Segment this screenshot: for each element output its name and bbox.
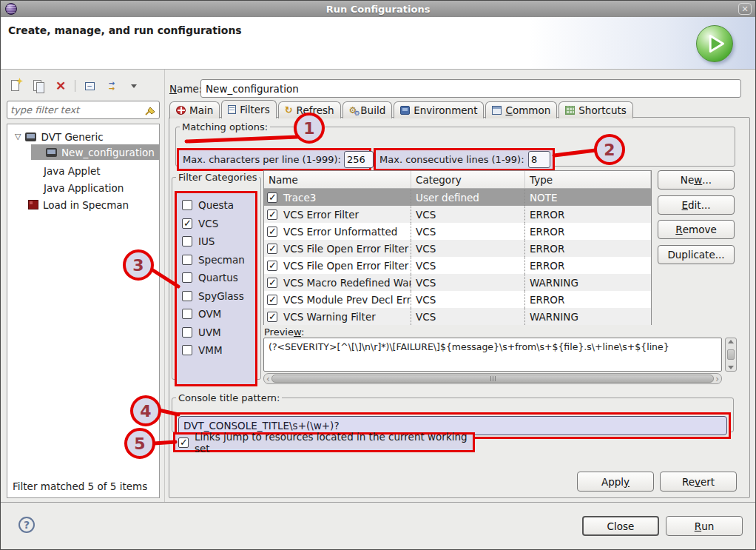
scroll-thumb[interactable] <box>271 375 714 383</box>
ius-checkbox[interactable] <box>182 236 192 247</box>
apply-button[interactable]: Apply <box>577 472 654 492</box>
close-button[interactable]: Close <box>582 516 659 536</box>
tab-build[interactable]: ⚙⚙Build <box>342 101 393 118</box>
tree-item-java-applet[interactable]: Java Applet <box>44 163 101 178</box>
remove-button[interactable]: Remove <box>658 220 735 239</box>
run-button[interactable]: Run <box>666 516 743 536</box>
table-row[interactable]: Trace3 User defined NOTE <box>264 189 651 206</box>
row-checkbox[interactable] <box>267 278 277 288</box>
row-checkbox[interactable] <box>267 295 277 305</box>
console-title-pattern-group: Console title pattern: <box>172 392 734 432</box>
delete-configuration-icon[interactable]: ✕ <box>54 79 67 93</box>
max-chars-label: Max. characters per line (1-999): <box>183 154 341 165</box>
column-type[interactable]: Type <box>525 171 651 188</box>
refresh-tab-icon: ↻ <box>285 106 293 115</box>
row-checkbox[interactable] <box>267 244 277 254</box>
category-quartus[interactable]: Quartus <box>182 272 255 284</box>
clear-filter-broom-icon[interactable] <box>144 104 156 116</box>
uvm-checkbox[interactable] <box>182 327 192 338</box>
vmm-checkbox[interactable] <box>182 345 192 355</box>
help-icon[interactable]: ? <box>18 517 35 533</box>
scroll-thumb[interactable] <box>727 349 735 360</box>
main-tab-icon <box>176 106 186 115</box>
category-uvm[interactable]: UVM <box>182 326 255 338</box>
tree-item-java-application[interactable]: Java Application <box>44 180 124 195</box>
category-vmm[interactable]: VMM <box>182 344 255 356</box>
ovm-checkbox[interactable] <box>182 309 192 319</box>
tab-shortcuts[interactable]: Shortcuts <box>558 101 633 118</box>
table-row[interactable]: VCS File Open Error Filter 2 VCS ERROR <box>264 257 651 274</box>
window-close-icon[interactable]: ✕ <box>738 3 752 15</box>
row-checkbox[interactable] <box>267 227 277 237</box>
table-row[interactable]: VCS Module Prev Decl Erro VCS ERROR <box>264 291 651 308</box>
filter-categories-group: Filter Categories Questa VCS IUS Specman… <box>172 172 261 380</box>
column-name[interactable]: Name <box>264 171 411 188</box>
new-button[interactable]: New... <box>658 170 735 190</box>
shortcuts-tab-icon <box>565 106 575 115</box>
tree-item-dvt-generic[interactable]: ▽ DVT Generic <box>15 129 104 144</box>
category-spyglass[interactable]: SpyGlass <box>182 290 255 302</box>
category-ius[interactable]: IUS <box>182 235 255 247</box>
category-specman[interactable]: Specman <box>182 254 255 266</box>
scroll-right-icon[interactable]: › <box>715 375 719 383</box>
questa-checkbox[interactable] <box>182 200 192 210</box>
tree-expander-icon[interactable]: ▽ <box>15 132 21 141</box>
max-chars-input[interactable] <box>344 151 374 168</box>
max-lines-highlight: Max. consecutive lines (1-99): <box>374 148 555 171</box>
tab-filters[interactable]: Filters <box>221 100 276 118</box>
toolbar-separator <box>75 80 75 92</box>
tab-common[interactable]: Common <box>485 101 557 118</box>
preview-text[interactable]: (?<SEVERITY>[^\[\]\n\r]*)\[FAILURE\]${me… <box>263 338 722 372</box>
annotation-circle-5: 5 <box>124 428 155 459</box>
spyglass-checkbox[interactable] <box>182 291 192 301</box>
scroll-down-icon[interactable] <box>728 366 734 369</box>
tab-environment[interactable]: Environment <box>394 101 484 118</box>
title-bar[interactable]: Run Configurations ✕ <box>1 1 755 17</box>
scroll-left-icon[interactable]: ‹ <box>266 375 270 383</box>
scroll-up-icon[interactable] <box>728 340 734 343</box>
column-category[interactable]: Category <box>411 171 525 188</box>
table-row[interactable]: VCS Warning Filter VCS WARNING <box>264 308 651 325</box>
table-row[interactable]: VCS Error Unformatted VCS ERROR <box>264 223 651 240</box>
configuration-icon <box>46 148 57 157</box>
row-checkbox[interactable] <box>267 209 277 220</box>
row-checkbox[interactable] <box>267 312 277 322</box>
tree-item-new-configuration[interactable]: New_configuration <box>46 144 155 160</box>
duplicate-configuration-icon[interactable] <box>32 79 45 93</box>
name-label: Name: <box>169 83 202 95</box>
new-configuration-icon[interactable] <box>10 79 23 93</box>
category-ovm[interactable]: OVM <box>182 308 255 320</box>
preview-vertical-scrollbar[interactable] <box>725 338 737 372</box>
table-row[interactable]: VCS Error Filter VCS ERROR <box>264 206 651 223</box>
annotation-circle-2: 2 <box>594 134 625 165</box>
category-questa[interactable]: Questa <box>182 199 255 211</box>
vcs-checkbox[interactable] <box>182 218 192 229</box>
tab-main[interactable]: Main <box>169 101 220 118</box>
specman-checkbox[interactable] <box>182 255 192 265</box>
edit-button[interactable]: Edit... <box>658 195 735 215</box>
max-lines-input[interactable] <box>528 151 550 168</box>
table-row[interactable]: VCS File Open Error Filter VCS ERROR <box>264 240 651 257</box>
configurations-toolbar: ✕ − →→ <box>10 76 141 95</box>
name-input[interactable] <box>200 79 741 98</box>
links-jump-highlight[interactable]: Links jump to resources located in the c… <box>173 432 475 452</box>
links-jump-checkbox[interactable] <box>178 437 189 448</box>
table-row[interactable]: VCS Macro Redefined Warn VCS WARNING <box>264 274 651 291</box>
panel-sash[interactable] <box>164 70 165 502</box>
revert-button[interactable]: Revert <box>660 472 737 492</box>
collapse-all-icon[interactable]: − <box>83 79 96 93</box>
row-checkbox[interactable] <box>267 192 277 203</box>
filter-configurations-icon[interactable]: →→ <box>105 79 118 93</box>
tree-item-load-in-specman[interactable]: Load in Specman <box>28 197 129 212</box>
filter-text-input[interactable] <box>10 104 144 115</box>
window-title: Run Configurations <box>1 4 755 15</box>
view-menu-chevron-icon[interactable] <box>127 79 141 93</box>
quartus-checkbox[interactable] <box>182 272 192 283</box>
preview-horizontal-scrollbar[interactable]: ‹ › <box>263 373 722 384</box>
row-checkbox[interactable] <box>267 261 277 271</box>
annotation-circle-1: 1 <box>294 113 325 144</box>
category-vcs[interactable]: VCS <box>182 218 255 229</box>
preview-label: Preview: <box>264 326 304 338</box>
duplicate-button[interactable]: Duplicate... <box>658 245 735 264</box>
environment-tab-icon <box>400 106 410 115</box>
